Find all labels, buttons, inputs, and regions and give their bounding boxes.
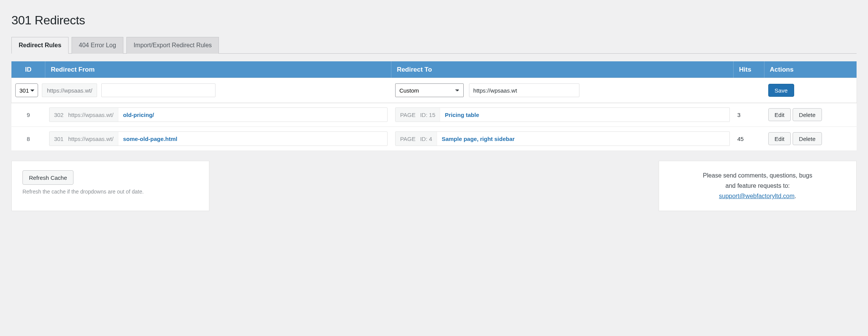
support-panel: Please send comments, questions, bugs an… xyxy=(659,161,857,211)
redirect-to-display: PAGE ID: 15 Pricing table xyxy=(395,107,730,122)
row-id: 8 xyxy=(11,127,45,151)
row-to-title: Sample page, right sidebar xyxy=(437,136,515,142)
tab-import-export[interactable]: Import/Export Redirect Rules xyxy=(126,37,219,54)
redirect-from-slug-input[interactable] xyxy=(101,83,215,97)
delete-button[interactable]: Delete xyxy=(793,132,822,145)
row-slug: old-pricing/ xyxy=(118,112,154,118)
row-domain: https://wpsaas.wt/ xyxy=(68,136,113,142)
row-code: 302 xyxy=(54,112,64,118)
support-text-1: Please send comments, questions, bugs xyxy=(670,170,846,181)
save-button[interactable]: Save xyxy=(768,84,794,97)
delete-button[interactable]: Delete xyxy=(793,108,822,121)
support-email-link[interactable]: support@webfactoryltd.com xyxy=(719,193,795,199)
rules-table: ID Redirect From Redirect To Hits Action… xyxy=(11,61,857,151)
row-slug: some-old-page.html xyxy=(118,136,177,142)
tabs: Redirect Rules 404 Error Log Import/Expo… xyxy=(11,37,857,54)
column-header-to: Redirect To xyxy=(391,61,734,78)
edit-button[interactable]: Edit xyxy=(768,108,791,121)
row-to-kind: PAGE xyxy=(400,136,416,142)
table-row: 8 301 https://wpsaas.wt/ some-old-page.h… xyxy=(11,127,857,151)
row-to-id: ID: 4 xyxy=(420,136,432,142)
row-code: 301 xyxy=(54,136,64,142)
column-header-hits: Hits xyxy=(734,61,764,78)
tab-redirect-rules[interactable]: Redirect Rules xyxy=(11,37,69,54)
refresh-cache-button[interactable]: Refresh Cache xyxy=(22,170,73,185)
redirect-to-url-input[interactable] xyxy=(469,83,579,97)
refresh-cache-panel: Refresh Cache Refresh the cache if the d… xyxy=(11,161,209,211)
row-id: 9 xyxy=(11,103,45,127)
redirect-to-type-select[interactable]: Custom xyxy=(395,83,464,97)
row-to-kind: PAGE xyxy=(400,112,416,118)
row-to-title: Pricing table xyxy=(440,112,479,118)
column-header-from: Redirect From xyxy=(45,61,391,78)
redirect-from-display: 302 https://wpsaas.wt/ old-pricing/ xyxy=(49,107,388,122)
row-hits: 3 xyxy=(734,103,764,127)
refresh-cache-hint: Refresh the cache if the dropdowns are o… xyxy=(22,189,198,195)
redirect-from-domain: https://wpsaas.wt/ xyxy=(42,83,97,97)
column-header-id: ID xyxy=(11,61,45,78)
tab-404-error-log[interactable]: 404 Error Log xyxy=(72,37,123,54)
page-title: 301 Redirects xyxy=(11,13,857,27)
row-domain: https://wpsaas.wt/ xyxy=(68,112,113,118)
row-hits: 45 xyxy=(734,127,764,151)
row-to-id: ID: 15 xyxy=(420,112,435,118)
table-row: 9 302 https://wpsaas.wt/ old-pricing/ PA… xyxy=(11,103,857,127)
edit-button[interactable]: Edit xyxy=(768,132,791,145)
column-header-actions: Actions xyxy=(764,61,857,78)
redirect-code-select[interactable]: 301 xyxy=(15,83,38,97)
redirect-from-display: 301 https://wpsaas.wt/ some-old-page.htm… xyxy=(49,131,388,146)
support-text-2: and feature requests to: xyxy=(670,181,846,191)
redirect-to-display: PAGE ID: 4 Sample page, right sidebar xyxy=(395,131,730,146)
